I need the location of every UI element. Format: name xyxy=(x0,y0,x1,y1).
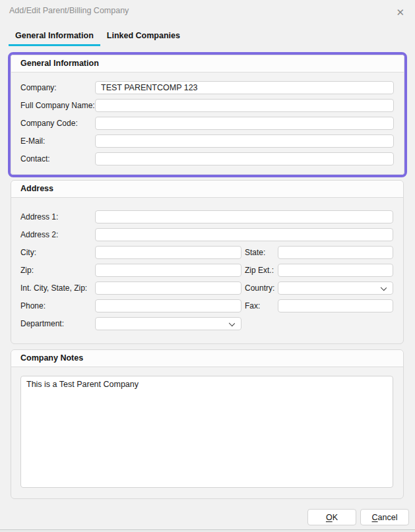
state-label: State: xyxy=(245,248,278,257)
field-row-city-state: City: State: xyxy=(20,246,393,259)
address2-input[interactable] xyxy=(95,228,393,241)
tab-bar: General Information Linked Companies xyxy=(9,28,415,46)
contact-label: Contact: xyxy=(20,154,95,163)
department-select[interactable] xyxy=(95,317,241,330)
address1-input[interactable] xyxy=(95,210,393,223)
company-notes-group-title: Company Notes xyxy=(11,350,403,367)
address2-label: Address 2: xyxy=(20,230,95,239)
phone-label: Phone: xyxy=(20,301,95,310)
general-info-highlight: General Information Company: Full Compan… xyxy=(8,52,407,177)
zip-ext-label: Zip Ext.: xyxy=(245,266,278,275)
int-city-state-zip-label: Int. City, State, Zip: xyxy=(20,283,95,293)
general-info-group-title: General Information xyxy=(11,55,404,73)
field-row-address2: Address 2: xyxy=(20,228,393,241)
company-notes-textarea[interactable]: This is a Test Parent Company xyxy=(20,376,393,488)
full-company-name-label: Full Company Name: xyxy=(20,101,95,110)
address1-label: Address 1: xyxy=(20,212,95,222)
address-group: Address Address 1: Address 2: City: Stat… xyxy=(11,180,404,344)
phone-input[interactable] xyxy=(95,299,241,312)
cancel-button-rest: ancel xyxy=(378,513,398,522)
cancel-button[interactable]: Cancel xyxy=(360,509,409,525)
country-label: Country: xyxy=(245,283,278,293)
general-info-group: General Information Company: Full Compan… xyxy=(11,55,404,175)
cancel-button-accel: C xyxy=(372,513,378,522)
zip-input[interactable] xyxy=(95,264,241,277)
field-row-email: E-Mail: xyxy=(20,134,394,148)
address-group-title: Address xyxy=(11,181,403,198)
full-company-name-input[interactable] xyxy=(95,99,394,112)
company-code-label: Company Code: xyxy=(20,119,95,128)
company-input[interactable] xyxy=(95,81,394,94)
zip-ext-input[interactable] xyxy=(278,264,393,277)
ok-button-rest: K xyxy=(333,513,338,522)
zip-label: Zip: xyxy=(20,266,95,275)
company-code-input[interactable] xyxy=(95,117,394,130)
close-icon[interactable]: ✕ xyxy=(392,6,408,18)
field-row-contact: Contact: xyxy=(20,152,394,165)
tab-linked-companies[interactable]: Linked Companies xyxy=(100,28,187,46)
field-row-phone-fax: Phone: Fax: xyxy=(20,299,393,312)
field-row-company-code: Company Code: xyxy=(20,117,394,130)
city-input[interactable] xyxy=(95,246,241,259)
field-row-zip-zipext: Zip: Zip Ext.: xyxy=(20,264,393,277)
country-select[interactable] xyxy=(278,281,393,295)
window-bottom-edge xyxy=(0,529,415,532)
fax-input[interactable] xyxy=(278,299,393,312)
dialog-titlebar: Add/Edit Parent/Billing Company ✕ xyxy=(0,0,415,18)
dialog-title: Add/Edit Parent/Billing Company xyxy=(9,6,129,15)
field-row-company: Company: xyxy=(20,81,394,94)
field-row-department: Department: xyxy=(20,317,393,330)
ok-button[interactable]: OK xyxy=(307,509,356,525)
field-row-full-company-name: Full Company Name: xyxy=(20,99,394,112)
state-input[interactable] xyxy=(278,246,393,259)
field-row-intcity-country: Int. City, State, Zip: Country: xyxy=(20,281,393,295)
contact-input[interactable] xyxy=(95,152,394,165)
ok-button-accel: O xyxy=(326,513,333,522)
tab-general-information[interactable]: General Information xyxy=(9,28,100,46)
department-label: Department: xyxy=(20,319,95,328)
dialog-footer: OK Cancel xyxy=(307,509,409,525)
int-city-state-zip-input[interactable] xyxy=(95,281,241,295)
chevron-down-icon xyxy=(381,285,387,291)
company-notes-group: Company Notes This is a Test Parent Comp… xyxy=(11,349,404,499)
field-row-address1: Address 1: xyxy=(20,210,393,223)
fax-label: Fax: xyxy=(245,301,278,310)
company-label: Company: xyxy=(20,83,95,92)
chevron-down-icon xyxy=(229,320,235,326)
email-input[interactable] xyxy=(95,134,394,148)
city-label: City: xyxy=(20,248,95,257)
email-label: E-Mail: xyxy=(20,136,95,146)
